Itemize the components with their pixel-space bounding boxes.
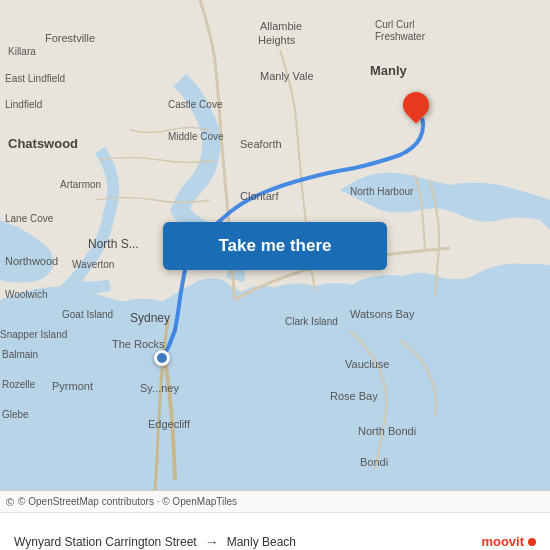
svg-text:Watsons Bay: Watsons Bay <box>350 308 415 320</box>
svg-text:Lane Cove: Lane Cove <box>5 213 54 224</box>
svg-text:Heights: Heights <box>258 34 296 46</box>
origin-label: Wynyard Station Carrington Street <box>14 535 197 549</box>
svg-text:Forestville: Forestville <box>45 32 95 44</box>
svg-text:Rozelle: Rozelle <box>2 379 36 390</box>
svg-text:Lindfield: Lindfield <box>5 99 42 110</box>
svg-text:Chatswood: Chatswood <box>8 136 78 151</box>
svg-text:Manly: Manly <box>370 63 408 78</box>
svg-text:Clark Island: Clark Island <box>285 316 338 327</box>
copyright-icon: © <box>6 496 14 508</box>
svg-text:Allambie: Allambie <box>260 20 302 32</box>
svg-text:Vaucluse: Vaucluse <box>345 358 389 370</box>
moovit-logo: moovit <box>481 534 536 549</box>
svg-text:Manly Vale: Manly Vale <box>260 70 314 82</box>
destination-label: Manly Beach <box>227 535 296 549</box>
svg-text:Balmain: Balmain <box>2 349 38 360</box>
svg-text:Pyrmont: Pyrmont <box>52 380 93 392</box>
svg-text:Killara: Killara <box>8 46 36 57</box>
svg-text:North Bondi: North Bondi <box>358 425 416 437</box>
svg-text:Seaforth: Seaforth <box>240 138 282 150</box>
svg-text:Artarmon: Artarmon <box>60 179 101 190</box>
svg-text:Curl Curl: Curl Curl <box>375 19 414 30</box>
attribution-text: © OpenStreetMap contributors · © OpenMap… <box>18 496 237 507</box>
bottom-bar: Wynyard Station Carrington Street → Manl… <box>0 512 550 550</box>
moovit-dot-icon <box>528 538 536 546</box>
map-view: Forestville Killara East Lindfield Allam… <box>0 0 550 490</box>
svg-text:Edgecliff: Edgecliff <box>148 418 191 430</box>
svg-text:Castle Cove: Castle Cove <box>168 99 223 110</box>
svg-text:East Lindfield: East Lindfield <box>5 73 65 84</box>
svg-text:North Harbour: North Harbour <box>350 186 414 197</box>
direction-arrow-icon: → <box>205 534 219 550</box>
svg-text:Snapper Island: Snapper Island <box>0 329 67 340</box>
svg-text:Northwood: Northwood <box>5 255 58 267</box>
take-me-there-button[interactable]: Take me there <box>163 222 387 270</box>
svg-text:North S...: North S... <box>88 237 139 251</box>
svg-text:Goat Island: Goat Island <box>62 309 113 320</box>
svg-text:Waverton: Waverton <box>72 259 114 270</box>
svg-text:Bondi: Bondi <box>360 456 388 468</box>
svg-text:Glebe: Glebe <box>2 409 29 420</box>
moovit-brand-text: moovit <box>481 534 524 549</box>
svg-text:Clontarf: Clontarf <box>240 190 279 202</box>
svg-text:Sy...ney: Sy...ney <box>140 382 179 394</box>
svg-text:Sydney: Sydney <box>130 311 170 325</box>
svg-text:Woolwich: Woolwich <box>5 289 48 300</box>
svg-text:Rose Bay: Rose Bay <box>330 390 378 402</box>
map-attribution: © © OpenStreetMap contributors · © OpenM… <box>0 490 550 512</box>
svg-text:Freshwater: Freshwater <box>375 31 426 42</box>
origin-pin <box>154 350 170 366</box>
svg-text:Middle Cove: Middle Cove <box>168 131 224 142</box>
svg-text:The Rocks: The Rocks <box>112 338 165 350</box>
destination-pin <box>403 92 429 118</box>
